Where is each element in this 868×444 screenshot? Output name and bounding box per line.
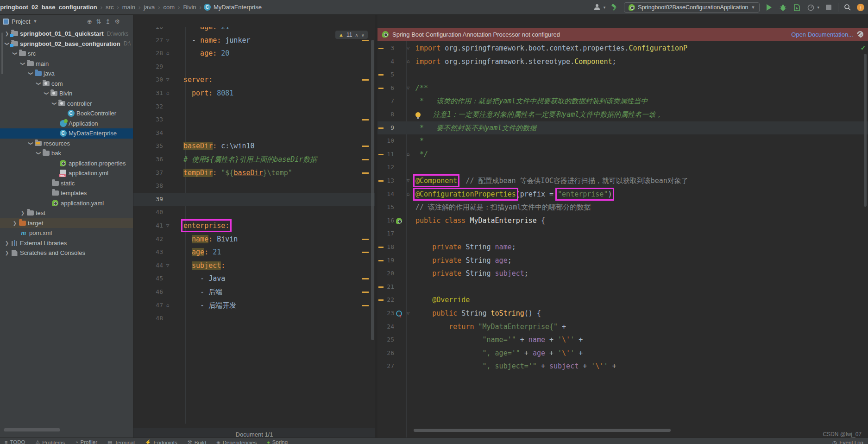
code-line[interactable]: 39 <box>133 193 375 206</box>
fold-marker[interactable]: ▽ <box>163 219 172 233</box>
fold-marker[interactable]: ⌂ <box>163 87 172 100</box>
code-line[interactable]: 5 <box>377 68 868 82</box>
java-editor[interactable]: Spring Boot Configuration Annotation Pro… <box>375 15 868 444</box>
code-line[interactable]: 23▽ public String toString() { <box>377 307 868 320</box>
tree-expand-chevron[interactable]: ❯ <box>19 210 26 216</box>
code-line[interactable]: 33 <box>133 113 375 127</box>
code-line[interactable]: 40 <box>133 206 375 219</box>
code-line[interactable]: 4⌂import org.springframework.stereotype.… <box>377 55 868 69</box>
code-line[interactable]: 47⌂ - 后端开发 <box>133 299 375 312</box>
tree-row[interactable]: ❯target <box>0 218 133 228</box>
tree-row[interactable]: application.properties <box>0 159 133 169</box>
fold-marker[interactable]: ⌂ <box>403 55 413 69</box>
code-line[interactable]: 10 * <box>377 134 868 148</box>
toolwindow-button-spring[interactable]: ●Spring <box>267 439 288 444</box>
code-line[interactable]: 12 <box>377 161 868 174</box>
code-line[interactable]: 30▽server: <box>133 73 375 87</box>
project-view-dropdown-arrow[interactable]: ▼ <box>33 19 37 24</box>
fold-marker[interactable]: ▽ <box>163 259 172 273</box>
code-line[interactable]: 37tempDir: "${baseDir}\temp" <box>133 166 375 180</box>
toolwindow-button-event-log[interactable]: ◷Event Log <box>832 439 863 444</box>
code-line[interactable]: 19 private String age; <box>377 254 868 267</box>
toolwindow-button-endpoints[interactable]: ⚡Endpoints <box>145 439 177 444</box>
tree-row[interactable]: application.yaml <box>0 198 133 209</box>
yaml-editor[interactable]: ▲ 11 ∧ ∨ 26 age: 2127▽ - name: junker28⌂… <box>133 15 375 444</box>
yaml-code-area[interactable]: 26 age: 2127▽ - name: junker28⌂ age: 202… <box>133 27 375 424</box>
code-line[interactable]: 29 <box>133 60 375 74</box>
fold-marker[interactable]: ⌂ <box>403 148 413 161</box>
collapse-all-icon[interactable]: ↥ <box>105 18 110 25</box>
code-line[interactable]: 18 private String name; <box>377 241 868 254</box>
code-line[interactable]: 46 - 后端 <box>133 285 375 299</box>
toolwindow-button-profiler[interactable]: ◔Profiler <box>75 439 97 444</box>
tree-expand-chevron[interactable]: ❯ <box>4 31 10 36</box>
tree-row[interactable]: ❯com <box>0 79 133 89</box>
fold-marker[interactable]: ▽ <box>403 307 413 320</box>
code-line[interactable]: 42 name: Bivin <box>133 233 375 246</box>
code-line[interactable]: 45 - Java <box>133 272 375 285</box>
code-line[interactable]: 41▽enterprise: <box>133 219 375 233</box>
tree-row[interactable]: ❯springboot_01_01_quickstartD:\works <box>0 29 133 39</box>
java-vertical-scrollbar[interactable] <box>864 54 867 207</box>
intention-bulb-icon[interactable] <box>415 112 421 117</box>
tree-row[interactable]: Application <box>0 119 133 129</box>
tree-expand-chevron[interactable]: ❯ <box>36 80 41 87</box>
code-line[interactable]: 22 @Override <box>377 293 868 307</box>
search-everywhere-icon[interactable] <box>843 3 852 12</box>
build-hammer-icon[interactable] <box>610 3 619 12</box>
fold-marker[interactable]: ⌂ <box>163 299 172 312</box>
tree-expand-chevron[interactable]: ❯ <box>12 221 18 226</box>
tree-expand-chevron[interactable]: ❯ <box>20 60 25 67</box>
code-line[interactable]: 21 <box>377 280 868 294</box>
code-line[interactable]: 36# 使用${属性名}引用上面的baseDir数据 <box>133 153 375 166</box>
toolwindow-button-terminal[interactable]: ▤Terminal <box>107 439 135 444</box>
code-line[interactable]: 48 <box>133 312 375 325</box>
code-line[interactable]: 3▽import org.springframework.boot.contex… <box>377 42 868 55</box>
tree-row[interactable]: static <box>0 178 133 189</box>
tree-row[interactable]: ❯Scratches and Consoles <box>0 248 133 258</box>
code-line[interactable]: 6▽/** <box>377 82 868 95</box>
tree-expand-chevron[interactable]: ❯ <box>36 150 41 157</box>
panel-settings-gear-icon[interactable]: ⚙ <box>114 18 120 25</box>
java-code-area[interactable]: 3▽import org.springframework.boot.contex… <box>377 41 868 444</box>
code-line[interactable]: 24 return "MyDataEnterprise{" + <box>377 320 868 334</box>
tree-expand-chevron[interactable]: ❯ <box>44 90 49 97</box>
breadcrumb-item[interactable]: springboot_02_base_configuration <box>0 4 98 11</box>
tree-expand-chevron[interactable]: ❯ <box>5 40 10 47</box>
hide-panel-icon[interactable]: — <box>124 18 130 25</box>
tree-row[interactable]: ❯java <box>0 69 133 79</box>
code-line[interactable]: 16public class MyDataEnterprise { <box>377 214 868 228</box>
tree-row[interactable]: ❯test <box>0 208 133 218</box>
tree-row[interactable]: application.yml <box>0 168 133 178</box>
code-line[interactable]: 43 age: 21 <box>133 246 375 259</box>
tree-row[interactable]: ❯src <box>0 49 133 59</box>
project-horizontal-scrollbar[interactable] <box>4 428 60 431</box>
toolwindow-button-dependencies[interactable]: ◈Dependencies <box>216 439 257 444</box>
tree-expand-chevron[interactable]: ❯ <box>28 140 33 146</box>
fold-marker[interactable]: ▽ <box>403 174 413 188</box>
fold-marker[interactable]: ⌂ <box>163 47 172 60</box>
tree-row[interactable]: ❯External Libraries <box>0 238 133 248</box>
debug-button[interactable] <box>778 3 787 12</box>
tree-expand-chevron[interactable]: ❯ <box>28 70 33 77</box>
breadcrumb-item[interactable]: java <box>143 4 156 11</box>
tree-row[interactable]: ❯resources <box>0 139 133 149</box>
toolwindow-button-todo[interactable]: ≡TODO <box>5 439 25 444</box>
run-with-coverage-button[interactable] <box>792 3 801 12</box>
tree-expand-chevron[interactable]: ❯ <box>13 51 18 57</box>
tree-expand-chevron[interactable]: ❯ <box>4 250 10 255</box>
code-line[interactable]: 13▽@Component // 配置成bean 等会供IOC容器进行扫描，就可… <box>377 174 868 188</box>
java-horizontal-scrollbar[interactable] <box>414 429 671 432</box>
open-documentation-link[interactable]: Open Documentation... <box>791 31 853 38</box>
code-line[interactable]: 44▽ subject: <box>133 259 375 273</box>
profiler-button[interactable] <box>806 3 815 12</box>
tree-expand-chevron[interactable]: ❯ <box>4 241 10 246</box>
wrench-icon[interactable] <box>857 31 863 38</box>
yaml-vertical-scrollbar[interactable] <box>371 40 374 340</box>
fold-marker[interactable]: ▽ <box>403 42 413 55</box>
inspections-widget[interactable]: ▲ 11 ∧ ∨ <box>335 31 368 39</box>
tree-row[interactable]: ❯Bivin <box>0 89 133 99</box>
locate-file-icon[interactable]: ⊕ <box>87 18 92 25</box>
fold-marker[interactable]: ⌂ <box>403 188 413 201</box>
code-line[interactable]: 38 <box>133 179 375 193</box>
